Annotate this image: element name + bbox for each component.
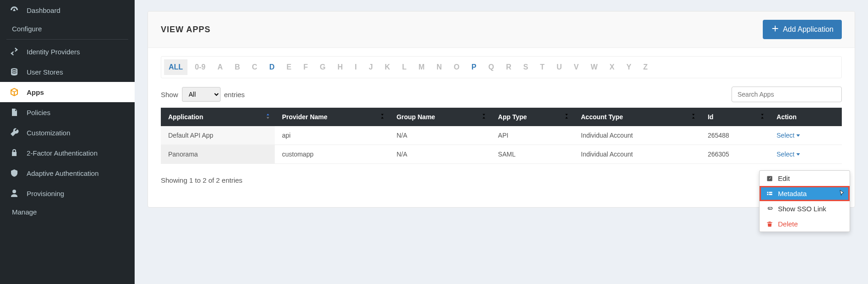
alpha-filter-z[interactable]: Z — [639, 59, 652, 75]
sidebar-item-apps[interactable]: Apps — [0, 82, 135, 102]
col-action[interactable]: Action — [769, 108, 842, 126]
alpha-filter-b[interactable]: B — [230, 59, 245, 75]
alpha-filter-r[interactable]: R — [501, 59, 516, 75]
dropdown-item-label: Show SSO Link — [778, 205, 826, 213]
table-footer: Showing 1 to 2 of 2 entries FirstPreviou… — [161, 171, 842, 189]
sidebar-item-identity-providers[interactable]: Identity Providers — [0, 41, 135, 62]
alpha-filter-j[interactable]: J — [364, 59, 377, 75]
col-account-type[interactable]: Account Type — [573, 108, 700, 126]
cell-action: Select — [769, 145, 842, 164]
sidebar-sub-label: Manage — [12, 208, 37, 216]
sidebar-item-label: User Stores — [27, 68, 63, 76]
search-input[interactable] — [732, 87, 842, 102]
sort-icon — [760, 113, 765, 121]
edit-icon — [766, 175, 773, 182]
alpha-filter-all[interactable]: ALL — [164, 59, 187, 75]
alpha-filter-g[interactable]: G — [315, 59, 330, 75]
caret-down-icon — [796, 134, 800, 137]
link-icon — [766, 206, 773, 212]
show-entries-control: Show All102550100 entries — [161, 87, 245, 102]
sidebar-item-dashboard[interactable]: Dashboard — [0, 0, 135, 20]
col-app-type[interactable]: App Type — [491, 108, 573, 126]
table-row: Default API AppapiN/AAPIIndividual Accou… — [161, 126, 842, 145]
sort-icon — [266, 113, 270, 121]
trash-icon — [766, 221, 773, 227]
alpha-filter-i[interactable]: I — [350, 59, 361, 75]
panel-view-apps: VIEW APPS Add Application ALL0-9ABCDEFGH… — [148, 11, 855, 208]
sidebar-item-label: 2-Factor Authentication — [27, 149, 97, 157]
sidebar-item-2fa[interactable]: 2-Factor Authentication — [0, 143, 135, 163]
controls-row: Show All102550100 entries — [161, 87, 842, 102]
wrench-icon — [9, 128, 19, 137]
user-icon — [9, 189, 19, 198]
alpha-filter-c[interactable]: C — [247, 59, 262, 75]
alpha-filter-u[interactable]: U — [552, 59, 567, 75]
col-provider-name[interactable]: Provider Name — [275, 108, 389, 126]
alpha-filter-l[interactable]: L — [397, 59, 411, 75]
panel-header: VIEW APPS Add Application — [148, 12, 855, 48]
caret-down-icon — [796, 153, 800, 156]
table-row: PanoramacustomappN/ASAMLIndividual Accou… — [161, 145, 842, 164]
dropdown-item-label: Edit — [778, 174, 790, 182]
select-action-link[interactable]: Select — [777, 151, 800, 158]
dropdown-item-edit[interactable]: Edit — [760, 171, 850, 186]
alpha-filter-k[interactable]: K — [380, 59, 395, 75]
table-header: ApplicationProvider NameGroup NameApp Ty… — [161, 108, 842, 126]
dashboard-icon — [9, 6, 19, 15]
sort-icon — [482, 113, 486, 121]
show-entries-select[interactable]: All102550100 — [182, 87, 221, 102]
dropdown-item-label: Metadata — [778, 190, 807, 197]
shield-icon — [9, 168, 19, 178]
sidebar-item-label: Adaptive Authentication — [27, 169, 99, 177]
alpha-filter-y[interactable]: Y — [622, 59, 636, 75]
alpha-filter-f[interactable]: F — [299, 59, 312, 75]
col-application[interactable]: Application — [161, 108, 275, 126]
alpha-filter-x[interactable]: X — [605, 59, 619, 75]
dropdown-item-metadata[interactable]: Metadata — [760, 186, 850, 201]
sidebar-item-customization[interactable]: Customization — [0, 122, 135, 143]
alpha-filter-a[interactable]: A — [213, 59, 227, 75]
alpha-filter-o[interactable]: O — [449, 59, 464, 75]
sidebar-sub-configure[interactable]: Configure — [0, 20, 135, 37]
alpha-filter-v[interactable]: V — [569, 59, 584, 75]
dropdown-item-show-sso-link[interactable]: Show SSO Link — [760, 201, 850, 216]
sort-icon — [691, 113, 696, 121]
sidebar-item-label: Customization — [27, 129, 70, 137]
alpha-filter-w[interactable]: W — [586, 59, 602, 75]
alpha-filter-m[interactable]: M — [414, 59, 429, 75]
alpha-filter-q[interactable]: Q — [484, 59, 499, 75]
sidebar-item-label: Apps — [27, 88, 44, 96]
dropdown-item-delete[interactable]: Delete — [760, 216, 850, 232]
col-group-name[interactable]: Group Name — [389, 108, 491, 126]
sidebar-item-provisioning[interactable]: Provisioning — [0, 183, 135, 203]
plus-icon — [771, 24, 779, 35]
cursor-icon — [839, 189, 846, 198]
sidebar-item-label: Identity Providers — [27, 48, 80, 56]
sidebar-item-policies[interactable]: Policies — [0, 102, 135, 122]
alpha-filter-h[interactable]: H — [333, 59, 347, 75]
cell-account: Individual Account — [573, 126, 700, 145]
cell-application: Default API App — [161, 126, 275, 145]
divider — [6, 39, 128, 40]
alpha-filter-p[interactable]: P — [467, 59, 481, 75]
apps-table: ApplicationProvider NameGroup NameApp Ty… — [161, 108, 842, 164]
action-dropdown: EditMetadataShow SSO LinkDelete — [759, 170, 850, 232]
sort-icon — [380, 113, 385, 121]
alpha-filter-e[interactable]: E — [282, 59, 296, 75]
cell-group: N/A — [389, 126, 491, 145]
alpha-filter-d[interactable]: D — [265, 59, 279, 75]
alpha-filter-n[interactable]: N — [432, 59, 447, 75]
add-application-button[interactable]: Add Application — [763, 20, 842, 39]
cell-provider: customapp — [275, 145, 389, 164]
entries-info: Showing 1 to 2 of 2 entries — [161, 176, 243, 184]
select-action-link[interactable]: Select — [777, 132, 800, 139]
sidebar-sub-manage[interactable]: Manage — [0, 203, 135, 220]
sidebar-item-adaptive-auth[interactable]: Adaptive Authentication — [0, 163, 135, 183]
sidebar-item-user-stores[interactable]: User Stores — [0, 62, 135, 82]
alpha-filter-s[interactable]: S — [519, 59, 533, 75]
cell-account: Individual Account — [573, 145, 700, 164]
alpha-filter-0-9[interactable]: 0-9 — [190, 59, 210, 75]
alpha-filter-t[interactable]: T — [535, 59, 549, 75]
col-id[interactable]: Id — [700, 108, 769, 126]
show-label-before: Show — [161, 91, 178, 99]
